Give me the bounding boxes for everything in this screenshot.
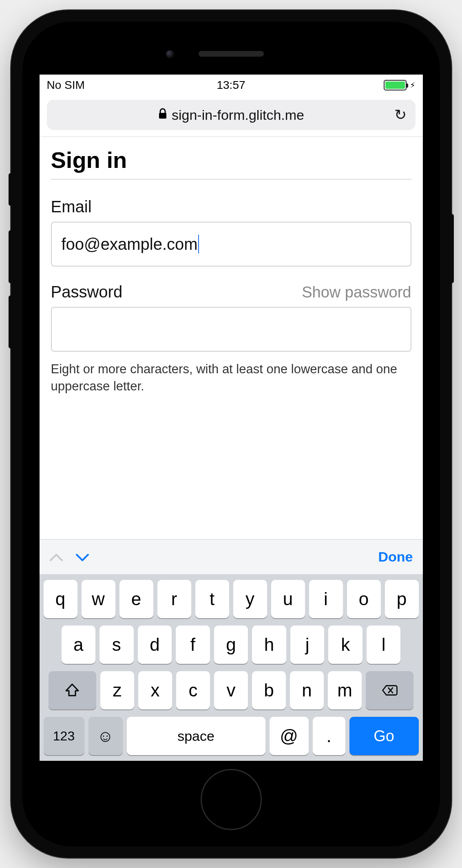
earpiece-speaker: [199, 51, 264, 57]
key-i[interactable]: i: [309, 580, 343, 618]
key-l[interactable]: l: [367, 626, 401, 664]
page-title: Sign in: [51, 147, 411, 180]
key-k[interactable]: k: [328, 626, 363, 664]
done-button[interactable]: Done: [378, 549, 413, 565]
keyboard: q w e r t y u i o p a s d f g h: [40, 574, 423, 761]
browser-toolbar: sign-in-form.glitch.me ↻: [40, 96, 423, 137]
prev-field-icon: [49, 549, 63, 566]
key-x[interactable]: x: [138, 671, 172, 709]
clock: 13:57: [217, 79, 245, 92]
space-key[interactable]: space: [127, 717, 265, 755]
key-g[interactable]: g: [214, 626, 248, 664]
key-h[interactable]: h: [252, 626, 286, 664]
keyboard-accessory: Done: [40, 539, 423, 574]
page-content: Sign in Email foo@example.com Password S…: [40, 137, 423, 539]
key-y[interactable]: y: [233, 580, 267, 618]
charging-icon: ⚡︎: [410, 80, 416, 90]
keyboard-row-4: 123 ☺ space @ . Go: [44, 717, 419, 755]
volume-up-button: [9, 230, 13, 283]
email-value: foo@example.com: [62, 235, 198, 253]
carrier-label: No SIM: [47, 79, 85, 92]
key-v[interactable]: v: [214, 671, 248, 709]
go-key[interactable]: Go: [349, 717, 419, 755]
status-bar: No SIM 13:57 ⚡︎: [40, 75, 423, 96]
key-r[interactable]: r: [157, 580, 191, 618]
keyboard-row-2: a s d f g h j k l: [44, 626, 419, 664]
email-label: Email: [51, 198, 92, 216]
key-s[interactable]: s: [99, 626, 134, 664]
key-e[interactable]: e: [119, 580, 153, 618]
screen: No SIM 13:57 ⚡︎ sign-in-form.glitch.me ↻: [40, 75, 423, 761]
keyboard-row-3: z x c v b n m: [44, 671, 419, 709]
key-c[interactable]: c: [176, 671, 210, 709]
key-o[interactable]: o: [347, 580, 381, 618]
phone-frame: No SIM 13:57 ⚡︎ sign-in-form.glitch.me ↻: [11, 10, 451, 858]
key-m[interactable]: m: [328, 671, 362, 709]
front-camera: [166, 50, 174, 58]
password-hint: Eight or more characters, with at least …: [51, 361, 411, 395]
password-label: Password: [51, 283, 123, 301]
url-text: sign-in-form.glitch.me: [172, 107, 304, 123]
key-w[interactable]: w: [82, 580, 115, 618]
email-field[interactable]: foo@example.com: [51, 222, 411, 267]
keyboard-row-1: q w e r t y u i o p: [44, 580, 419, 618]
key-t[interactable]: t: [195, 580, 229, 618]
key-z[interactable]: z: [100, 671, 134, 709]
mute-switch: [9, 173, 13, 206]
key-f[interactable]: f: [176, 626, 210, 664]
key-j[interactable]: j: [290, 626, 325, 664]
shift-key[interactable]: [49, 671, 96, 709]
text-cursor: [198, 235, 199, 253]
lock-icon: [158, 108, 168, 122]
key-b[interactable]: b: [252, 671, 286, 709]
reload-icon[interactable]: ↻: [394, 106, 407, 123]
backspace-key[interactable]: [366, 671, 413, 709]
numbers-key[interactable]: 123: [44, 717, 84, 755]
key-d[interactable]: d: [138, 626, 172, 664]
status-right: ⚡︎: [384, 80, 416, 90]
key-q[interactable]: q: [44, 580, 77, 618]
power-button: [450, 214, 454, 283]
battery-icon: [384, 80, 407, 90]
next-field-icon[interactable]: [75, 549, 89, 566]
home-button[interactable]: [201, 769, 262, 830]
phone-bezel: No SIM 13:57 ⚡︎ sign-in-form.glitch.me ↻: [22, 22, 440, 846]
emoji-key[interactable]: ☺: [88, 717, 123, 755]
show-password-toggle[interactable]: Show password: [302, 284, 411, 301]
address-bar[interactable]: sign-in-form.glitch.me ↻: [47, 100, 416, 130]
key-p[interactable]: p: [385, 580, 419, 618]
key-u[interactable]: u: [271, 580, 305, 618]
password-field[interactable]: [51, 307, 411, 352]
key-a[interactable]: a: [62, 626, 96, 664]
dot-key[interactable]: .: [313, 717, 345, 755]
key-n[interactable]: n: [290, 671, 324, 709]
svg-rect-0: [159, 113, 166, 119]
volume-down-button: [9, 295, 13, 348]
at-key[interactable]: @: [270, 717, 309, 755]
